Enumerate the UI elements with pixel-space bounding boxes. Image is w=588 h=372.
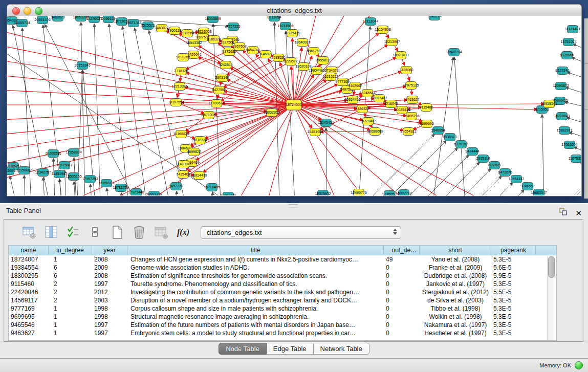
graph-node[interactable]: 9129966 [560, 52, 574, 59]
graph-node[interactable]: 12495776 [351, 189, 366, 196]
graph-node[interactable]: 8813054 [267, 16, 281, 21]
graph-node[interactable]: 16033809 [205, 16, 221, 23]
graph-node[interactable]: 7955812 [316, 57, 330, 64]
graph-node[interactable]: 8912954 [180, 30, 194, 37]
column-header-out_de[interactable]: △out_de… [384, 246, 420, 255]
function-builder-icon[interactable]: f(x) [176, 225, 191, 240]
graph-edge[interactable] [236, 105, 294, 195]
graph-node[interactable]: 12213386 [171, 83, 187, 91]
graph-node[interactable]: 16958107 [98, 180, 114, 187]
graph-node[interactable]: 7463822 [155, 25, 168, 32]
rows-icon[interactable] [88, 225, 103, 240]
table-row[interactable]: 911546021997Tourette syndrome. Phenomeno… [9, 280, 556, 288]
graph-edge[interactable] [475, 176, 502, 195]
graph-node[interactable]: 20553419 [146, 191, 162, 196]
graph-node[interactable]: 18113044 [363, 18, 379, 26]
graph-node[interactable]: 8938923 [443, 134, 456, 141]
graph-node[interactable]: 16092712 [396, 190, 411, 196]
graph-node[interactable]: 8471676 [498, 169, 512, 177]
graph-edge[interactable] [144, 105, 294, 195]
graph-node[interactable]: 19166825 [173, 130, 189, 138]
graph-node[interactable]: 9777169 [335, 78, 349, 86]
graph-edge[interactable] [107, 188, 108, 195]
graph-node[interactable]: 9242845 [219, 61, 232, 69]
graph-node[interactable]: 9115460 [420, 104, 433, 112]
graph-edge[interactable] [326, 128, 327, 195]
graph-node[interactable]: 2935114 [476, 155, 490, 163]
graph-node[interactable]: 10975887 [56, 162, 72, 169]
float-window-icon[interactable] [559, 206, 567, 220]
graph-node[interactable]: 19654923 [400, 128, 416, 136]
create-column-icon[interactable] [110, 225, 125, 240]
column-header-name[interactable]: name [9, 246, 49, 255]
graph-edge[interactable] [294, 48, 302, 105]
tab-node-table[interactable]: Node Table [219, 343, 267, 355]
graph-edge[interactable] [574, 147, 581, 151]
graph-edge[interactable] [74, 182, 75, 195]
graph-edge[interactable] [267, 105, 294, 195]
graph-node[interactable]: 8960128 [167, 27, 181, 35]
graph-node[interactable]: 9245052 [382, 191, 396, 196]
table-mode-icon[interactable] [21, 225, 37, 240]
graph-node[interactable]: 9857771 [169, 183, 183, 190]
network-canvas[interactable]: 1864093514055714206914069463620106532871… [7, 16, 582, 196]
graph-edge[interactable] [294, 105, 492, 195]
scrollbar-thumb[interactable] [548, 256, 555, 278]
column-header-in_degree[interactable]: in_degree [49, 246, 92, 255]
graph-node[interactable]: 18025632 [315, 190, 331, 196]
graph-node[interactable]: 9227343 [555, 67, 569, 75]
table-row[interactable]: 1830029562008Estimation of significance … [9, 272, 556, 280]
graph-node[interactable]: 9699695 [420, 120, 433, 128]
graph-node[interactable]: 15276021 [86, 16, 102, 23]
graph-edge[interactable] [403, 148, 458, 195]
graph-node[interactable]: 17975125 [403, 82, 419, 90]
graph-edge[interactable] [43, 178, 45, 195]
vertical-scrollbar[interactable] [547, 256, 555, 340]
graph-node[interactable]: 5878334 [193, 137, 207, 144]
network-window-titlebar[interactable]: citations_edges.txt [7, 4, 582, 17]
graph-edge[interactable] [135, 28, 169, 195]
graph-node[interactable]: 9474444 [465, 148, 479, 156]
table-row[interactable]: 946554611997Estimation of the future num… [9, 321, 556, 329]
graph-edge[interactable] [542, 115, 544, 195]
graph-node[interactable]: 8427552 [212, 86, 226, 94]
graph-node[interactable]: 12923446 [128, 189, 144, 196]
graph-edge[interactable] [227, 80, 294, 105]
graph-edge[interactable] [493, 183, 513, 195]
graph-node[interactable]: 4699822 [187, 148, 201, 156]
graph-edge[interactable] [567, 72, 581, 78]
tab-edge-table[interactable]: Edge Table [267, 343, 314, 355]
graph-edge[interactable] [212, 192, 213, 195]
table-row[interactable]: 2242004622012Investigating the contribut… [9, 288, 556, 296]
graph-node[interactable]: 12213967 [384, 38, 400, 46]
graph-edge[interactable] [94, 24, 100, 195]
graph-node[interactable]: 9245652 [520, 183, 534, 190]
graph-node[interactable]: 12093872 [553, 82, 569, 90]
graph-node[interactable]: 7632621 [487, 162, 501, 169]
graph-node[interactable]: 8186328 [207, 36, 221, 43]
graph-node[interactable]: 7515526 [141, 22, 155, 30]
graph-node[interactable]: 9146821 [258, 51, 272, 58]
graph-edge[interactable] [213, 24, 221, 195]
graph-node[interactable]: 7486322 [355, 105, 369, 113]
graph-node[interactable]: 15145451 [318, 119, 334, 127]
graph-node[interactable]: 16210643 [554, 113, 570, 120]
graph-node[interactable]: 7485063 [399, 67, 413, 74]
graph-node[interactable]: 10654112 [509, 176, 525, 183]
graph-node[interactable]: 7462667 [348, 82, 362, 90]
tab-network-table[interactable]: Network Table [314, 343, 369, 355]
table-row[interactable]: 1456911722003Disruption of a novel membe… [9, 296, 556, 304]
graph-node[interactable]: 9463620 [51, 16, 64, 21]
graph-edge[interactable] [7, 105, 294, 151]
graph-edge[interactable] [7, 105, 294, 136]
graph-edge[interactable] [205, 105, 294, 138]
graph-edge[interactable] [286, 31, 295, 195]
row-selection-icon[interactable] [66, 225, 81, 240]
graph-node[interactable]: 15718485 [204, 184, 220, 191]
graph-node[interactable]: 11675337 [569, 155, 581, 163]
graph-node[interactable]: 16154808 [375, 26, 390, 34]
graph-node[interactable]: 16914479 [191, 172, 207, 180]
graph-edge[interactable] [512, 190, 524, 195]
graph-node[interactable]: 2718126 [174, 68, 188, 75]
graph-node[interactable]: 6216045 [384, 100, 398, 108]
